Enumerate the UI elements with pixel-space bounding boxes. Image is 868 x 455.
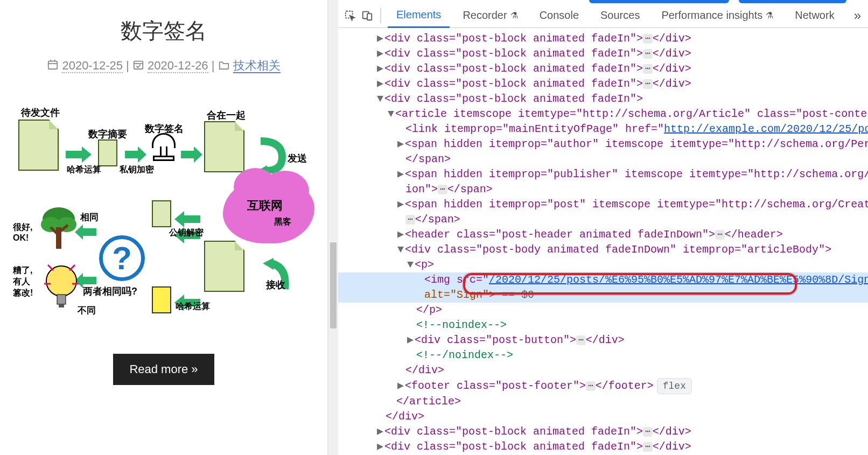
svg-rect-27 xyxy=(367,13,372,20)
dom-row[interactable]: ⋯</span> xyxy=(338,212,868,227)
dom-row[interactable]: ▶<div class="post-block animated fadeIn"… xyxy=(338,424,868,439)
label-diff: 不同 xyxy=(78,304,96,317)
more-tabs-icon[interactable]: » xyxy=(854,8,861,23)
dom-row[interactable]: </p> xyxy=(338,303,868,318)
post-title: 数字签名 xyxy=(0,16,327,46)
dom-row[interactable]: ▶<span hidden itemprop="author" itemscop… xyxy=(338,137,868,152)
category-link[interactable]: 技术相关 xyxy=(233,59,281,73)
dom-row[interactable]: ▼<div class="post-block animated fadeIn"… xyxy=(338,92,868,107)
separator: | xyxy=(126,59,129,72)
separator xyxy=(380,8,381,23)
svg-rect-4 xyxy=(134,61,143,69)
flask-icon: ⚗ xyxy=(766,10,773,20)
dom-row[interactable]: ▼<div class="post-body animated fadeInDo… xyxy=(338,242,868,257)
label-priv-encrypt: 私钥加密 xyxy=(120,164,154,176)
svg-rect-24 xyxy=(59,304,64,307)
dom-row[interactable]: ▶<div class="post-block animated fadeIn"… xyxy=(338,61,868,76)
dom-row[interactable]: ▶<div class="post-block animated fadeIn"… xyxy=(338,76,868,92)
read-more-button[interactable]: Read more » xyxy=(113,354,214,385)
arrow-left-icon xyxy=(174,211,200,227)
dom-row[interactable]: ▶<div class="post-block animated fadeIn"… xyxy=(338,439,868,454)
dom-row-highlighted[interactable]: alt="Sign"> == $0 xyxy=(338,288,868,303)
label-combine: 合在一起 xyxy=(207,109,246,122)
arrow-right-icon xyxy=(125,146,146,163)
label-hash2: 哈希运算 xyxy=(176,301,210,312)
label-receive: 接收 xyxy=(266,278,285,291)
calendar-icon xyxy=(47,59,59,74)
separator: | xyxy=(212,59,215,72)
dom-row[interactable]: <!--noindex--> xyxy=(338,318,868,333)
flex-badge[interactable]: flex xyxy=(657,378,692,394)
dom-row[interactable]: ▶<header class="post-header animated fad… xyxy=(338,227,868,242)
dom-row[interactable]: </div> xyxy=(338,363,868,378)
dom-row[interactable]: </article> xyxy=(338,394,868,409)
label-hash: 哈希运算 xyxy=(67,164,101,176)
file-icon xyxy=(204,241,244,292)
devtools-tabbar: Elements Recorder⚗ Console Sources Perfo… xyxy=(338,3,868,28)
dom-row[interactable]: </span> xyxy=(338,152,868,167)
label-pub-decrypt: 公钥解密 xyxy=(169,227,204,239)
svg-marker-7 xyxy=(125,146,146,163)
tab-recorder[interactable]: Recorder⚗ xyxy=(454,3,526,27)
dom-row[interactable]: ▶<span hidden itemprop="post" itemscope … xyxy=(338,197,868,212)
label-internet: 互联网 xyxy=(247,198,283,214)
dom-row[interactable]: ▶<div class="post-block animated fadeIn"… xyxy=(338,46,868,61)
signature-diagram: 待发文件 数字摘要 数字签名 合在一起 哈希运算 私钥加密 发送 互联网 黑客 xyxy=(13,106,314,332)
label-same: 相同 xyxy=(80,211,99,223)
tree-icon xyxy=(40,206,78,254)
tab-sources[interactable]: Sources xyxy=(592,3,648,27)
label-bad: 糟了, 有人 篡改! xyxy=(13,265,33,299)
tab-label: Console xyxy=(540,9,579,22)
dom-row[interactable]: <link itemprop="mainEntityOfPage" href="… xyxy=(338,122,868,137)
svg-marker-11 xyxy=(174,211,200,227)
svg-rect-0 xyxy=(48,61,58,69)
device-toggle-icon[interactable] xyxy=(361,9,374,22)
svg-marker-10 xyxy=(263,258,274,270)
dom-row[interactable]: ▶<span hidden itemprop="publisher" items… xyxy=(338,167,868,182)
tab-network[interactable]: Network xyxy=(786,3,843,27)
dom-row[interactable]: <!--/noindex--> xyxy=(338,348,868,363)
label-digest: 数字摘要 xyxy=(88,128,127,141)
dom-row[interactable]: ▶<div class="post-button">⋯</div> xyxy=(338,333,868,348)
dom-row[interactable]: ion">⋯</span> xyxy=(338,182,868,197)
dom-row[interactable]: ▶<div class="post-block animated fadeIn"… xyxy=(338,31,868,46)
file-icon xyxy=(152,200,171,227)
date-created[interactable]: 2020-12-25 xyxy=(62,59,123,73)
cloud-icon: 互联网 黑客 xyxy=(223,179,314,243)
label-hacker: 黑客 xyxy=(274,216,291,228)
svg-marker-8 xyxy=(181,146,202,163)
tab-label: Elements xyxy=(396,9,441,21)
arrow-right-icon xyxy=(66,146,92,163)
post-meta: 2020-12-25 | 2020-12-26 | 技术相关 xyxy=(0,58,327,74)
dom-row[interactable]: </div> xyxy=(338,409,868,424)
dom-row[interactable]: ▼<p> xyxy=(338,257,868,272)
dom-row[interactable]: ▶<footer class="post-footer">⋯</footer>f… xyxy=(338,378,868,394)
tab-label: Sources xyxy=(600,9,640,22)
tab-label: Performance insights xyxy=(661,9,762,22)
label-same-q: 两者相同吗? xyxy=(83,285,137,298)
dom-row-highlighted[interactable]: <img src="/2020/12/25/posts/%E6%95%B0%E5… xyxy=(338,272,868,288)
dom-tree[interactable]: ⋯ ▶<div class="post-block animated fadeI… xyxy=(338,28,868,455)
svg-marker-6 xyxy=(66,146,92,163)
inspect-icon[interactable] xyxy=(344,9,356,22)
scrollbar[interactable] xyxy=(328,0,338,455)
dom-row[interactable]: ▼<article itemscope itemtype="http://sch… xyxy=(338,107,868,122)
arrow-left-icon xyxy=(75,225,96,240)
tab-label: Network xyxy=(795,9,834,22)
label-send: 发送 xyxy=(288,152,307,165)
calendar-check-icon xyxy=(132,59,144,74)
date-modified[interactable]: 2020-12-26 xyxy=(148,59,208,73)
tab-label: Recorder xyxy=(463,9,507,22)
arrow-curve-icon xyxy=(255,136,288,173)
question-icon: ? xyxy=(99,235,145,281)
file-icon xyxy=(152,286,171,313)
tab-performance-insights[interactable]: Performance insights⚗ xyxy=(653,3,782,27)
scroll-thumb[interactable] xyxy=(330,242,337,328)
svg-marker-14 xyxy=(75,225,96,240)
tab-elements[interactable]: Elements xyxy=(388,4,450,28)
blog-preview-pane: 数字签名 2020-12-25 | 2020-12-26 | 技术相关 待发文件… xyxy=(0,0,328,455)
bulb-icon xyxy=(43,262,80,311)
tab-console[interactable]: Console xyxy=(531,3,587,27)
svg-rect-23 xyxy=(57,295,66,304)
flask-icon: ⚗ xyxy=(510,10,518,20)
